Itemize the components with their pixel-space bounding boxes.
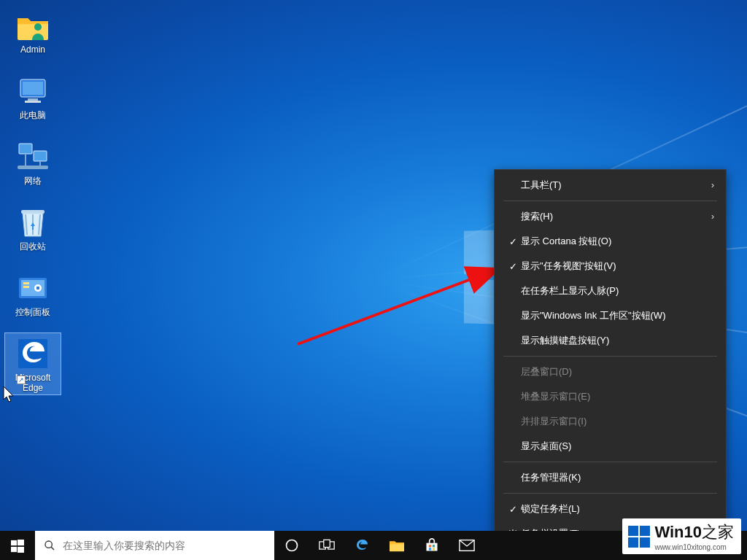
svg-point-24: [45, 541, 52, 548]
menu-show-touch-keyboard[interactable]: 显示触摸键盘按钮(Y): [495, 328, 726, 353]
svg-rect-6: [34, 151, 47, 161]
menu-show-taskview[interactable]: ✓显示"任务视图"按钮(V): [495, 254, 726, 279]
desktop-icon-network[interactable]: 网络: [4, 136, 61, 188]
icon-label: Microsoft Edge: [7, 373, 59, 393]
search-input[interactable]: [63, 540, 268, 551]
menu-separator: [503, 462, 717, 462]
watermark-brand: Win10之家 www.win10xitong.com: [622, 518, 741, 554]
svg-point-26: [287, 540, 298, 551]
menu-separator: [503, 493, 717, 494]
task-view-icon: [319, 539, 335, 552]
svg-rect-7: [18, 166, 48, 169]
taskbar-app-edge[interactable]: [344, 531, 379, 560]
check-icon: ✓: [505, 261, 521, 272]
menu-show-cortana[interactable]: ✓显示 Cortana 按钮(O): [495, 229, 726, 254]
menu-cascade-windows: 层叠窗口(D): [495, 359, 726, 384]
svg-rect-21: [18, 540, 24, 545]
menu-lock-taskbar[interactable]: ✓锁定任务栏(L): [495, 497, 726, 521]
taskbar-app-mail[interactable]: [449, 531, 484, 560]
svg-rect-2: [23, 82, 43, 95]
recycle-bin-icon: [15, 205, 50, 240]
svg-rect-16: [36, 287, 39, 289]
taskbar-app-explorer[interactable]: [379, 531, 414, 560]
menu-task-manager[interactable]: 任务管理器(K): [495, 465, 726, 490]
svg-rect-8: [25, 154, 26, 166]
svg-rect-9: [39, 161, 41, 166]
desktop-icon-this-pc[interactable]: 此电脑: [4, 70, 61, 122]
chevron-right-icon: ›: [711, 180, 714, 190]
icon-label: 回收站: [20, 241, 46, 252]
control-panel-icon: [15, 271, 50, 306]
store-icon: [425, 538, 439, 553]
menu-sidebyside-windows: 并排显示窗口(I): [495, 409, 726, 434]
network-icon: [15, 139, 50, 174]
search-icon: [44, 540, 55, 551]
windows-logo-icon: [628, 526, 650, 548]
check-icon: ✓: [505, 236, 521, 247]
menu-search[interactable]: 搜索(H)›: [495, 204, 726, 229]
menu-show-people[interactable]: 在任务栏上显示人脉(P): [495, 279, 726, 303]
icon-label: 此电脑: [20, 110, 46, 120]
icon-label: 网络: [24, 176, 42, 186]
svg-rect-23: [18, 547, 24, 553]
svg-rect-31: [433, 545, 435, 547]
menu-show-ink[interactable]: 显示"Windows Ink 工作区"按钮(W): [495, 303, 726, 328]
this-pc-icon: [15, 74, 50, 109]
menu-show-desktop[interactable]: 显示桌面(S): [495, 434, 726, 459]
svg-point-0: [34, 23, 42, 31]
taskbar-search[interactable]: [35, 531, 274, 560]
svg-rect-5: [19, 144, 32, 154]
svg-rect-3: [28, 98, 38, 101]
svg-rect-4: [25, 101, 41, 103]
taskbar-context-menu: 工具栏(T)› 搜索(H)› ✓显示 Cortana 按钮(O) ✓显示"任务视…: [494, 169, 727, 551]
svg-rect-22: [11, 547, 17, 552]
icon-label: 控制面板: [15, 307, 50, 317]
mail-icon: [459, 539, 475, 552]
svg-rect-33: [433, 548, 435, 550]
menu-stacked-windows: 堆叠显示窗口(E): [495, 384, 726, 409]
svg-rect-32: [429, 548, 431, 550]
start-button[interactable]: [0, 531, 35, 560]
desktop-icon-edge[interactable]: ↗ Microsoft Edge: [4, 332, 61, 395]
check-icon: ✓: [505, 504, 521, 515]
task-view-button[interactable]: [309, 531, 344, 560]
desktop-icon-recycle-bin[interactable]: 回收站: [4, 201, 61, 254]
cortana-icon: [285, 538, 299, 553]
svg-rect-10: [21, 210, 44, 214]
svg-rect-29: [324, 540, 330, 547]
svg-line-25: [51, 547, 54, 550]
edge-icon: [15, 336, 50, 371]
svg-rect-30: [429, 545, 431, 547]
windows-logo-icon: [11, 540, 24, 553]
user-folder-icon: [15, 8, 50, 43]
cortana-button[interactable]: [274, 531, 309, 560]
desktop-icon-control-panel[interactable]: 控制面板: [4, 267, 61, 319]
desktop-icon-admin[interactable]: Admin: [4, 4, 61, 57]
edge-icon: [354, 537, 370, 553]
menu-separator: [503, 201, 717, 201]
svg-rect-14: [23, 286, 29, 288]
chevron-right-icon: ›: [711, 211, 714, 222]
file-explorer-icon: [389, 538, 405, 553]
svg-rect-13: [23, 282, 29, 284]
menu-toolbars[interactable]: 工具栏(T)›: [495, 173, 726, 198]
shortcut-overlay-icon: ↗: [17, 376, 26, 384]
taskbar-app-store[interactable]: [414, 531, 449, 560]
desktop-icons: Admin 此电脑 网络: [4, 4, 70, 408]
menu-separator: [503, 356, 717, 357]
icon-label: Admin: [20, 44, 45, 55]
svg-rect-20: [11, 540, 17, 545]
